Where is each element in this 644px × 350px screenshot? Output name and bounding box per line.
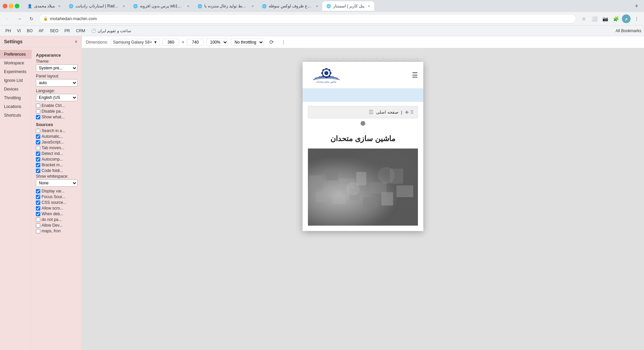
tab-tab1[interactable]: 👤میلاد محمدی✕ xyxy=(23,1,65,11)
code-foldi-checkbox[interactable] xyxy=(36,169,40,173)
new-tab-button[interactable]: + xyxy=(632,1,641,11)
svg-point-26 xyxy=(346,182,360,195)
nav-item-preferences[interactable]: Preferences xyxy=(0,50,32,59)
bookmark-calendar[interactable]: 🕐 ساعت و تقویم ایران xyxy=(89,28,134,34)
screenshot-icon[interactable]: 📷 xyxy=(600,14,610,23)
hamburger-menu[interactable]: ☰ xyxy=(412,71,418,79)
tab-close-icon[interactable]: ✕ xyxy=(316,4,318,8)
tab-tab5[interactable]: 🌐فروش انواع ظروف لوکس سوفله✕ xyxy=(258,1,322,11)
close-window-btn[interactable] xyxy=(3,4,7,8)
profile-avatar[interactable]: م xyxy=(622,14,631,23)
disable-pa-checkbox[interactable] xyxy=(36,109,40,114)
device-toolbar: Dimensions: Samsung Galaxy S8+ ▼ × 100% … xyxy=(82,36,644,48)
maps-fron-checkbox[interactable] xyxy=(36,229,40,233)
menu-icon[interactable]: ⋮ xyxy=(632,14,641,23)
device-selector[interactable]: Samsung Galaxy S8+ ▼ xyxy=(111,39,160,46)
display-var-checkbox[interactable] xyxy=(36,189,40,193)
autocomp-checkbox[interactable] xyxy=(36,157,40,162)
nav-item-devices[interactable]: Devices xyxy=(0,85,32,94)
whitespace-label: Show whitespace: xyxy=(36,174,77,179)
allow-scro-label: Allow scro... xyxy=(42,206,63,211)
tab-favicon: 🌐 xyxy=(133,4,138,8)
tab-tab2[interactable]: 🌐استارتاپ رادیانت | Radepanet.ir✕ xyxy=(65,1,129,11)
reload-button[interactable]: ↻ xyxy=(27,14,36,23)
extension-puzzle-icon[interactable]: 🧩 xyxy=(611,14,621,23)
tab-title: فروش انواع ظروف لوکس سوفله xyxy=(269,4,312,8)
tab-title: راهاندازی خط تولید زغال متنزده با xyxy=(204,4,248,8)
nav-item-shortcuts[interactable]: Shortcuts xyxy=(0,111,32,120)
mobile-logo: MOTAHEDAN ماشین سازی متحدان xyxy=(308,66,345,84)
bookmark-seo[interactable]: SEO xyxy=(47,28,61,34)
cast-icon[interactable]: ⬜ xyxy=(590,14,599,23)
allow-dev-label: Allow Dev... xyxy=(42,223,62,228)
when-deb-checkbox[interactable] xyxy=(36,212,40,216)
bookmark-pr[interactable]: PR xyxy=(62,28,73,34)
tab-close-icon[interactable]: ✕ xyxy=(122,4,125,8)
svg-text:MOTAHEDAN: MOTAHEDAN xyxy=(319,76,334,78)
tab-moves-checkbox[interactable] xyxy=(36,146,40,150)
tab-close-icon[interactable]: ✕ xyxy=(368,4,370,8)
bookmark-crm[interactable]: CRM xyxy=(73,28,88,34)
back-button[interactable]: ← xyxy=(3,14,12,23)
tab-close-icon[interactable]: ✕ xyxy=(187,4,190,8)
bookmark-ph[interactable]: PH xyxy=(3,28,14,34)
bracket-checkbox[interactable] xyxy=(36,163,40,167)
allow-scro-checkbox[interactable] xyxy=(36,206,40,211)
nav-item-ignore-list[interactable]: Ignore List xyxy=(0,76,32,85)
allow-dev-checkbox[interactable] xyxy=(36,223,40,228)
maximize-window-btn[interactable] xyxy=(15,4,19,8)
bookmark-af-label: AF xyxy=(39,28,44,33)
detect-ind-row: Detect ind... xyxy=(36,151,77,156)
tab-tab6[interactable]: 🌐پنل کاربر | اسمنتار✕ xyxy=(322,1,374,11)
css-source-label: CSS source... xyxy=(42,200,66,205)
theme-row: Theme: System pre... xyxy=(36,59,77,72)
detect-ind-checkbox[interactable] xyxy=(36,152,40,156)
bookmark-vi[interactable]: VI xyxy=(14,28,23,34)
rotate-icon[interactable]: ⟳ xyxy=(267,38,276,47)
forward-button[interactable]: → xyxy=(15,14,24,23)
tab-tab4[interactable]: 🌐راهاندازی خط تولید زغال متنزده با✕ xyxy=(194,1,258,11)
automatic-checkbox[interactable] xyxy=(36,134,40,139)
language-select[interactable]: English (US xyxy=(36,94,77,101)
bookmark-af[interactable]: AF xyxy=(36,28,46,34)
enable-ctrl-checkbox[interactable] xyxy=(36,104,40,108)
search-in-a-checkbox[interactable] xyxy=(36,129,40,133)
nav-item-experiments[interactable]: Experiments xyxy=(0,67,32,76)
nav-item-workspace[interactable]: Workspace xyxy=(0,59,32,67)
panel-layout-select[interactable]: auto xyxy=(36,79,77,86)
tab-tab3[interactable]: 🌐پرس بدون افزونه wb136421✕ xyxy=(129,1,194,11)
panel-layout-row: Panel layout: auto xyxy=(36,74,77,86)
show-what-checkbox[interactable] xyxy=(36,115,40,119)
bookmark-bo[interactable]: BO xyxy=(24,28,35,34)
tab-close-icon[interactable]: ✕ xyxy=(251,4,254,8)
svg-point-1 xyxy=(324,71,328,75)
all-bookmarks-link[interactable]: All Bookmarks xyxy=(615,28,641,33)
settings-close-button[interactable]: × xyxy=(75,39,77,44)
plus-icon: ✚ xyxy=(405,110,409,115)
width-input[interactable] xyxy=(162,39,179,46)
zoom-select[interactable]: 100% xyxy=(206,39,228,46)
throttle-select[interactable]: No throttling xyxy=(231,39,264,46)
do-not-pa-checkbox[interactable] xyxy=(36,218,40,222)
browser-frame: 👤میلاد محمدی✕🌐استارتاپ رادیانت | Radepan… xyxy=(0,0,644,350)
more-options-icon[interactable]: ⋮ xyxy=(279,38,288,47)
javascript-label: JavaScript... xyxy=(42,140,64,144)
javascript-checkbox[interactable] xyxy=(36,140,40,144)
tab-favicon: 🌐 xyxy=(198,4,202,8)
minimize-window-btn[interactable] xyxy=(9,4,13,8)
focus-sour-checkbox[interactable] xyxy=(36,195,40,199)
whitespace-select[interactable]: None xyxy=(36,179,77,187)
svg-rect-13 xyxy=(308,149,418,226)
url-bar[interactable]: 🔒 motahedan-machin.com xyxy=(39,14,576,23)
tab-close-icon[interactable]: ✕ xyxy=(58,4,61,8)
tab-title: پنل کاربر | اسمنتار xyxy=(333,4,364,8)
nav-item-throttling[interactable]: Throttling xyxy=(0,94,32,102)
nav-item-locations[interactable]: Locations xyxy=(0,102,32,111)
enable-ctrl-row: Enable Ctrl... xyxy=(36,103,77,108)
theme-select[interactable]: System pre... xyxy=(36,64,77,72)
css-source-checkbox[interactable] xyxy=(36,200,40,205)
search-in-a-label: Search in a... xyxy=(42,128,65,133)
height-input[interactable] xyxy=(187,39,204,46)
bookmark-star-icon[interactable]: ☆ xyxy=(579,14,588,23)
tab-title: پرس بدون افزونه wb136421 xyxy=(140,4,183,8)
